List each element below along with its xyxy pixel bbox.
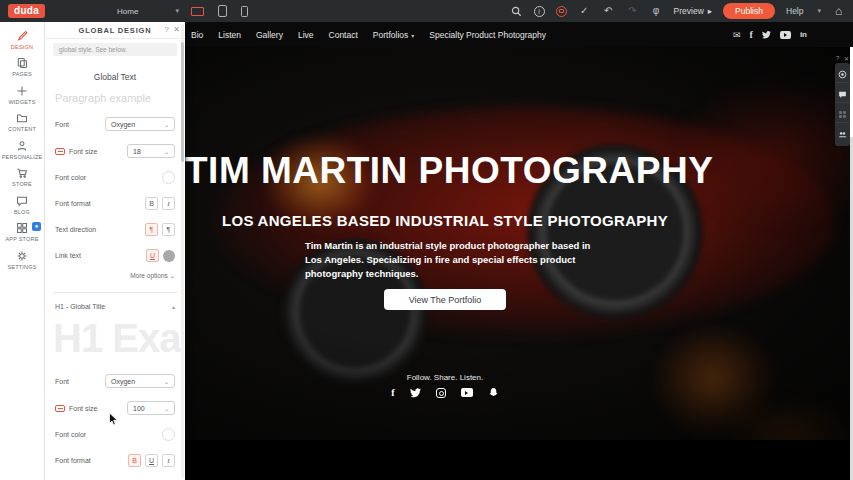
- sidebar-item-pages[interactable]: PAGES: [0, 54, 44, 82]
- h1-underline-button[interactable]: U: [145, 454, 158, 467]
- desktop-view-icon[interactable]: [191, 7, 204, 16]
- editor-sidebar: DESIGN PAGES WIDGETS CONTENT PERSONALIZE…: [0, 22, 45, 480]
- sidebar-item-design[interactable]: DESIGN: [0, 26, 44, 54]
- page-selector-value: Home: [117, 7, 138, 16]
- font-label: Font: [55, 378, 69, 385]
- publish-button[interactable]: Publish: [723, 3, 775, 19]
- link-color-swatch[interactable]: [163, 250, 175, 262]
- page-selector-dropdown[interactable]: Home ▾: [117, 7, 179, 16]
- sidebar-item-store[interactable]: STORE: [0, 164, 44, 192]
- comments-icon[interactable]: [835, 86, 850, 103]
- capture-icon[interactable]: [835, 66, 850, 83]
- facebook-icon[interactable]: f: [391, 387, 394, 398]
- bold-button[interactable]: B: [145, 197, 158, 210]
- paragraph-sample: Paragraph example: [55, 92, 175, 104]
- nav-item-portfolios[interactable]: Portfolios▾: [373, 30, 414, 40]
- rtl-button[interactable]: ¶: [162, 223, 175, 236]
- folder-icon: [16, 112, 28, 124]
- font-size-dropdown[interactable]: 18 ⌄: [127, 144, 175, 158]
- ltr-button[interactable]: ¶: [145, 223, 158, 236]
- sidebar-item-blog[interactable]: BLOG: [0, 191, 44, 219]
- h1-bold-button[interactable]: B: [128, 454, 141, 467]
- sidebar-item-app-store[interactable]: APP STORE ●: [0, 219, 44, 247]
- cart-icon: [16, 167, 28, 179]
- font-color-label: Font color: [55, 431, 86, 438]
- nav-item-listen[interactable]: Listen: [218, 30, 241, 40]
- follow-text[interactable]: Follow. Share. Listen.: [185, 373, 705, 382]
- nav-item-bio[interactable]: Bio: [191, 30, 203, 40]
- site-preview: Bio Listen Gallery Live Contact Portfoli…: [185, 22, 853, 480]
- tablet-view-icon[interactable]: [218, 5, 227, 17]
- font-size-label: Font size: [55, 405, 97, 412]
- toolbar-close-icon[interactable]: ✕: [844, 55, 849, 63]
- chevron-down-icon: ▾: [176, 7, 180, 15]
- facebook-icon[interactable]: f: [750, 29, 753, 40]
- linkedin-icon[interactable]: in: [800, 30, 807, 39]
- info-icon[interactable]: i: [534, 6, 545, 17]
- h1-section-heading: H1 - Global Title: [55, 303, 105, 310]
- sidebar-item-widgets[interactable]: WIDGETS: [0, 81, 44, 109]
- sidebar-item-personalize[interactable]: PERSONALIZE: [0, 136, 44, 164]
- h1-font-color-swatch[interactable]: [162, 428, 175, 441]
- instagram-icon[interactable]: [436, 388, 446, 398]
- grid-icon[interactable]: [835, 106, 850, 123]
- panel-scrollbar-thumb[interactable]: [181, 42, 184, 162]
- font-color-swatch[interactable]: [162, 171, 175, 184]
- global-style-icon: [55, 148, 65, 155]
- check-icon[interactable]: ✓: [578, 5, 591, 18]
- redo-icon[interactable]: ↷: [626, 5, 639, 18]
- nav-social-icons: ✉ f in: [733, 22, 807, 47]
- view-portfolio-button[interactable]: View The Portfolio: [384, 289, 506, 310]
- mouse-cursor: [108, 412, 119, 427]
- sidebar-item-settings[interactable]: SETTINGS: [0, 246, 44, 274]
- global-text-heading: Global Text: [45, 72, 185, 82]
- help-menu[interactable]: Help ▾: [786, 6, 821, 16]
- hero-title[interactable]: TIM MARTIN PHOTOGRAPHY: [185, 150, 705, 192]
- youtube-icon[interactable]: [780, 31, 791, 39]
- toolbar-help-icon[interactable]: ?: [836, 55, 839, 63]
- hero-subtitle[interactable]: LOS ANGELES BASED INDUSTRIAL STYLE PHOTO…: [185, 212, 705, 229]
- panel-help-icon[interactable]: ?: [165, 25, 169, 34]
- italic-button[interactable]: I: [162, 197, 175, 210]
- hero-section[interactable]: TIM MARTIN PHOTOGRAPHY LOS ANGELES BASED…: [185, 47, 853, 440]
- dev-mode-icon[interactable]: φ: [650, 5, 663, 18]
- editor-window: duda Home ▾ i ✓ ↶ ↷ φ Preview ▸ Publish: [0, 0, 853, 480]
- global-style-icon: [55, 405, 65, 412]
- portfolios-section[interactable]: PORTFOLIOS: [185, 440, 853, 480]
- collaborators-icon[interactable]: [835, 126, 850, 143]
- duda-logo[interactable]: duda: [8, 4, 45, 18]
- hero-paragraph[interactable]: Tim Martin is an industrial style produc…: [305, 239, 595, 280]
- link-text-label: Link text: [55, 252, 81, 259]
- sidebar-item-content[interactable]: CONTENT: [0, 109, 44, 137]
- nav-item-contact[interactable]: Contact: [329, 30, 358, 40]
- link-underline-button[interactable]: U: [146, 249, 159, 262]
- nav-item-live[interactable]: Live: [298, 30, 314, 40]
- nav-item-gallery[interactable]: Gallery: [256, 30, 283, 40]
- h1-font-size-dropdown[interactable]: 100 ⌄: [127, 401, 175, 415]
- h1-font-dropdown[interactable]: Oxygen ⌄: [105, 374, 175, 388]
- portfolios-heading[interactable]: PORTFOLIOS: [185, 473, 705, 480]
- nav-item-specialty[interactable]: Specialty Product Photography: [429, 30, 546, 40]
- email-icon[interactable]: ✉: [733, 30, 741, 40]
- feedback-icon[interactable]: [556, 6, 567, 17]
- twitter-icon[interactable]: [410, 387, 421, 398]
- twitter-icon[interactable]: [762, 30, 771, 39]
- font-dropdown[interactable]: Oxygen ⌄: [105, 117, 175, 131]
- youtube-icon[interactable]: [461, 388, 473, 397]
- more-options-link[interactable]: More options ⌄: [55, 272, 175, 280]
- snapchat-icon[interactable]: [488, 387, 499, 398]
- panel-close-icon[interactable]: ✕: [173, 25, 180, 34]
- collapse-icon[interactable]: ▴: [172, 303, 175, 310]
- mobile-view-icon[interactable]: [241, 6, 248, 17]
- dashboard-home-icon[interactable]: ⌂: [832, 5, 845, 18]
- h1-italic-button[interactable]: I: [162, 454, 175, 467]
- plus-icon: [16, 85, 28, 97]
- follow-social-icons: f: [185, 387, 705, 398]
- search-icon[interactable]: [510, 5, 523, 18]
- app-store-badge: ●: [32, 222, 41, 231]
- undo-icon[interactable]: ↶: [602, 5, 615, 18]
- play-icon: ▸: [708, 6, 712, 16]
- preview-button[interactable]: Preview ▸: [674, 6, 713, 16]
- panel-scrollbar[interactable]: [181, 24, 184, 478]
- chevron-down-icon: ⌄: [164, 148, 169, 155]
